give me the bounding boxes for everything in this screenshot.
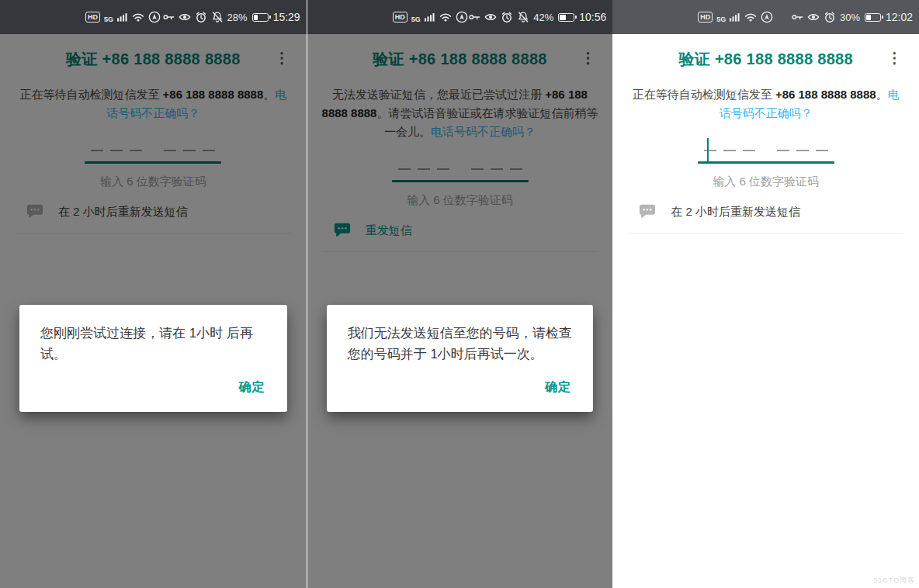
- eye-comfort-icon: [484, 11, 497, 23]
- hd-badge: HD: [85, 12, 100, 22]
- hd-badge: HD: [393, 12, 407, 22]
- wifi-icon: [132, 11, 144, 23]
- clock-text: 15:29: [273, 11, 300, 23]
- alarm-icon: [195, 11, 207, 23]
- resend-sms-row: 在 2 小时后重新发送短信: [639, 203, 919, 220]
- dialog-message: 我们无法发送短信至您的号码，请检查您的号码并于 1小时后再试一次。: [327, 305, 594, 365]
- instruction-pre: 正在等待自动检测短信发至: [633, 88, 775, 101]
- code-hint-text: 输入 6 位数字验证码: [612, 175, 919, 189]
- mute-bell-icon: [211, 11, 224, 23]
- triple-screenshot-strip: HD 5G 28% 15:29 验证 +86 188 8888 8888 ⋮: [0, 0, 919, 588]
- signal-icon: [730, 12, 740, 22]
- instruction-text: 正在等待自动检测短信发至 +86 188 8888 8888。电话号码不正确吗？: [612, 85, 919, 123]
- hd-badge: HD: [698, 12, 713, 22]
- status-left-cluster: HD 5G: [85, 11, 161, 23]
- battery-percent: 28%: [227, 12, 248, 23]
- battery-percent: 42%: [533, 12, 553, 23]
- clock-text: 10:56: [579, 11, 606, 23]
- clock-text: 12:02: [886, 11, 913, 23]
- page-title: 验证 +86 188 8888 8888: [678, 49, 853, 70]
- battery-icon: [865, 13, 881, 22]
- auto-navigation-icon: [761, 11, 773, 23]
- alert-dialog: 您刚刚尝试过连接，请在 1小时 后再试。 确定: [19, 305, 287, 412]
- phone-screen-2: HD 5G 42% 10:56 验证 +86 188 8888 8888 ⋮: [307, 0, 613, 588]
- divider: [628, 233, 903, 233]
- key-icon: [468, 11, 480, 23]
- code-input[interactable]: [698, 140, 834, 164]
- alert-dialog: 我们无法发送短信至您的号码，请检查您的号码并于 1小时后再试一次。 确定: [327, 305, 594, 412]
- key-icon: [162, 11, 175, 23]
- network-type-label: 5G: [104, 16, 113, 23]
- status-right-cluster: 42% 10:56: [468, 11, 606, 23]
- status-bar: HD 5G 30% 12:02: [612, 0, 919, 34]
- status-bar: HD 5G 28% 15:29: [0, 0, 307, 34]
- watermark-text: 51CTO博客: [873, 576, 915, 586]
- signal-icon: [425, 12, 435, 22]
- app-bar: 验证 +86 188 8888 8888 ⋮: [612, 47, 919, 71]
- phone-screen-3: HD 5G 30% 12:02 验证 +86 188 8888 8888 ⋮: [612, 0, 919, 588]
- status-left-cluster: HD 5G: [393, 11, 468, 23]
- code-input-underline: [698, 161, 834, 164]
- network-type-label: 5G: [716, 16, 726, 23]
- eye-comfort-icon: [807, 11, 820, 23]
- status-right-cluster: 28% 15:29: [162, 11, 300, 23]
- resend-label: 在 2 小时后重新发送短信: [671, 205, 800, 220]
- status-right-cluster: 30% 12:02: [791, 11, 913, 23]
- ok-button[interactable]: 确定: [238, 376, 267, 399]
- instruction-post: 。: [876, 88, 888, 101]
- sms-bubble-icon: [639, 203, 656, 220]
- eye-comfort-icon: [179, 11, 191, 23]
- phone-screen-1: HD 5G 28% 15:29 验证 +86 188 8888 8888 ⋮: [0, 0, 307, 588]
- network-type-label: 5G: [411, 16, 421, 23]
- dialog-message: 您刚刚尝试过连接，请在 1小时 后再试。: [19, 305, 287, 365]
- ok-button[interactable]: 确定: [543, 376, 573, 399]
- key-icon: [791, 11, 803, 23]
- more-options-icon[interactable]: ⋮: [884, 47, 905, 70]
- verify-screen: 验证 +86 188 8888 8888 ⋮ 正在等待自动检测短信发至 +86 …: [612, 47, 919, 588]
- alarm-icon: [824, 11, 836, 23]
- text-cursor: [707, 138, 709, 162]
- phone-number: +86 188 8888 8888: [775, 88, 876, 101]
- battery-percent: 30%: [840, 12, 860, 23]
- auto-navigation-icon: [456, 11, 468, 23]
- battery-icon: [252, 13, 269, 22]
- auto-navigation-icon: [148, 11, 161, 23]
- wifi-icon: [439, 11, 452, 23]
- mute-bell-icon: [517, 11, 529, 23]
- code-placeholder-dashes: [698, 140, 834, 161]
- status-left-cluster: HD 5G: [698, 11, 773, 23]
- status-bar: HD 5G 42% 10:56: [307, 0, 613, 34]
- battery-icon: [558, 13, 574, 22]
- signal-icon: [117, 12, 128, 22]
- wifi-icon: [744, 11, 757, 23]
- alarm-icon: [501, 11, 513, 23]
